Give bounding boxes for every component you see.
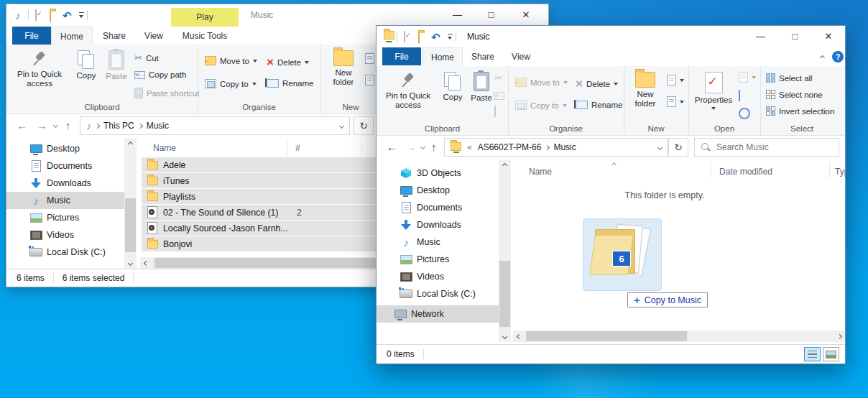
properties-button[interactable]: Properties [693, 72, 734, 112]
back-tab-music-tools[interactable]: Music Tools [171, 27, 239, 45]
back-tab-view[interactable]: View [136, 27, 172, 45]
front-tab-home[interactable]: Home [423, 47, 463, 66]
copy-button[interactable]: Copy [438, 72, 467, 102]
copy-button[interactable]: Copy [71, 50, 101, 80]
sidebar-item-3d-objects[interactable]: 3D Objects [377, 165, 499, 182]
qat-new-folder-icon[interactable] [50, 11, 51, 22]
front-horizontal-scrollbar[interactable] [513, 330, 845, 342]
column-header-type[interactable]: Type [835, 167, 845, 177]
open-button[interactable] [739, 72, 756, 83]
cut-button[interactable]: ✂ Cut [134, 53, 159, 63]
front-tab-file[interactable]: File [382, 47, 421, 65]
front-nav-recent-icon[interactable] [420, 144, 425, 149]
sidebar-item-pictures[interactable]: Pictures [6, 209, 124, 226]
sidebar-item-videos[interactable]: Videos [6, 226, 124, 244]
scrollbar-thumb[interactable] [125, 198, 136, 252]
qat-properties-icon[interactable] [404, 31, 405, 42]
pin-to-quick-access-button[interactable]: Pin to Quick access [11, 50, 68, 88]
move-to-button[interactable]: Move to [205, 56, 257, 65]
front-nav-forward-icon[interactable]: → [405, 142, 416, 152]
sidebar-item-downloads[interactable]: Downloads [6, 175, 124, 192]
back-tab-file[interactable]: File [12, 27, 51, 45]
sidebar-item-music[interactable]: ♪ Music [377, 233, 499, 251]
column-header-date-modified[interactable]: Date modified [719, 167, 772, 177]
sidebar-item-downloads[interactable]: Downloads [377, 216, 499, 233]
sidebar-item-network[interactable]: Network [377, 305, 499, 323]
paste-button[interactable]: Paste [468, 72, 494, 103]
back-tab-home[interactable]: Home [51, 27, 93, 45]
move-to-button[interactable]: Move to [515, 78, 568, 87]
pin-to-quick-access-button[interactable]: Pin to Quick access [379, 72, 437, 110]
sidebar-item-local-disk[interactable]: Local Disk (C:) [377, 285, 499, 302]
scrollbar-thumb[interactable] [526, 331, 687, 341]
column-header-name[interactable]: Name [153, 143, 176, 153]
thumbnails-view-button[interactable] [823, 347, 839, 361]
address-dropdown-icon[interactable] [657, 144, 662, 149]
back-maximize-button[interactable]: □ [475, 5, 507, 24]
new-folder-button[interactable]: New folder [628, 72, 662, 108]
back-nav-up-icon[interactable]: ↑ [65, 120, 71, 131]
copy-path-button[interactable]: W... Copy path [134, 70, 186, 79]
sidebar-item-videos[interactable]: Videos [377, 268, 499, 285]
sidebar-item-music[interactable]: ♪ Music [6, 192, 124, 209]
back-refresh-button[interactable]: ↻ [354, 116, 374, 135]
back-tab-share[interactable]: Share [94, 27, 134, 45]
edit-icon[interactable] [739, 90, 740, 101]
front-search-box[interactable] [694, 138, 839, 157]
sidebar-item-documents[interactable]: Documents [377, 199, 499, 216]
paste-shortcut-icon[interactable] [494, 106, 496, 117]
sidebar-item-desktop[interactable]: Desktop [377, 182, 499, 199]
address-dropdown-icon[interactable] [339, 123, 344, 128]
copy-path-icon[interactable]: W... [494, 92, 504, 100]
column-header-number[interactable]: # [295, 143, 300, 153]
column-header-name[interactable]: Name [529, 167, 552, 177]
front-maximize-button[interactable]: □ [779, 27, 811, 46]
qat-properties-icon[interactable] [35, 9, 37, 21]
qat-undo-icon[interactable]: ↶ [431, 32, 440, 42]
breadcrumb-server[interactable]: AS6602T-PM-66 [478, 142, 542, 152]
sidebar-item-desktop[interactable]: Desktop [6, 140, 124, 157]
back-minimize-button[interactable]: — [441, 5, 474, 24]
front-nav-up-icon[interactable]: ↑ [431, 142, 437, 152]
ribbon-collapse-icon[interactable] [820, 55, 825, 60]
history-icon[interactable] [739, 108, 750, 119]
sidebar-item-documents[interactable]: Documents [6, 157, 124, 175]
back-sidebar-scrollbar[interactable] [124, 139, 137, 269]
front-tab-share[interactable]: Share [464, 47, 502, 65]
delete-button[interactable]: × Delete [576, 78, 618, 90]
front-address-box[interactable]: « AS6602T-PM-66 Music [444, 138, 668, 157]
breadcrumb-music[interactable]: Music [147, 121, 169, 131]
easy-access-button[interactable] [667, 96, 684, 107]
scrollbar-thumb[interactable] [499, 261, 510, 327]
back-nav-recent-icon[interactable] [53, 123, 58, 128]
back-close-button[interactable]: ✕ [509, 5, 543, 24]
breadcrumb-this-pc[interactable]: This PC [103, 121, 134, 131]
copy-to-button[interactable]: Copy to [515, 101, 567, 110]
front-minimize-button[interactable]: — [744, 27, 777, 46]
details-view-button[interactable] [804, 347, 821, 361]
back-address-box[interactable]: ♪ This PC Music [80, 116, 350, 135]
new-folder-button[interactable]: New folder [326, 50, 361, 87]
paste-button[interactable]: Paste [103, 50, 130, 81]
front-refresh-button[interactable]: ↻ [668, 138, 688, 157]
paste-shortcut-button[interactable]: Paste shortcut [134, 88, 200, 98]
easy-access-item-button[interactable] [667, 75, 684, 85]
search-input[interactable] [715, 142, 811, 153]
sidebar-item-pictures[interactable]: Pictures [377, 251, 499, 268]
copy-to-button[interactable]: Copy to [205, 79, 257, 88]
front-tab-view[interactable]: View [504, 47, 537, 65]
back-nav-back-icon[interactable]: ← [17, 120, 27, 131]
delete-button[interactable]: × Delete [267, 56, 309, 68]
back-nav-forward-icon[interactable]: → [37, 120, 47, 131]
breadcrumb-music[interactable]: Music [553, 142, 576, 152]
front-close-button[interactable]: ✕ [813, 27, 844, 46]
invert-selection-button[interactable]: Invert selection [766, 106, 834, 116]
qat-new-folder-icon[interactable] [418, 32, 420, 44]
select-none-button[interactable]: Select none [766, 90, 823, 99]
breadcrumb-overflow[interactable]: « [466, 142, 474, 152]
sidebar-item-local-disk[interactable]: Local Disk (C:) [6, 244, 124, 257]
select-all-button[interactable]: Select all [766, 73, 813, 83]
qat-undo-icon[interactable]: ↶ [63, 10, 72, 21]
rename-button[interactable]: Rename [576, 101, 622, 109]
rename-button[interactable]: Rename [267, 79, 313, 88]
